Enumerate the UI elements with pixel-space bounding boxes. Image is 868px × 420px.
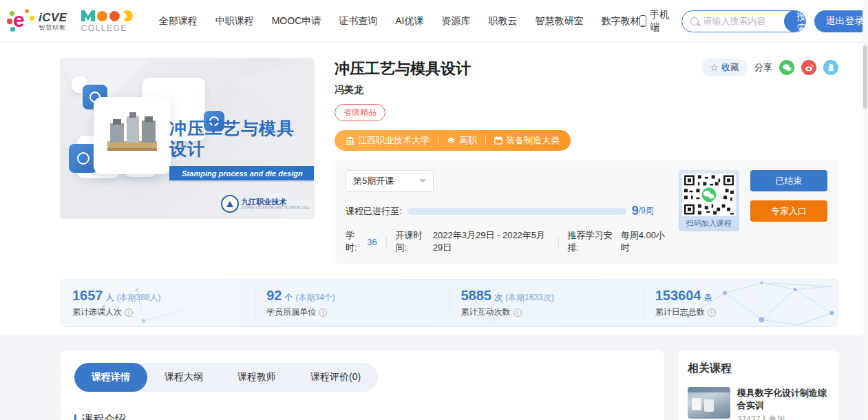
course-category: 装备制造大类 [506,134,560,147]
info-icon[interactable]: i [708,308,716,317]
nav-item-resources[interactable]: 资源库 [441,15,470,28]
mooc-college-logo[interactable]: COLLEGE [81,10,133,32]
top-navbar: e iCVE 智慧职教 COLLEGE 全部课程 中职课程 MOOC申请 证书查… [0,0,868,43]
quality-badge: 省级精品 [335,104,385,121]
stat-unit: 次 [494,292,502,304]
progress-current: 9 [632,204,639,218]
tab-course-outline[interactable]: 课程大纲 [147,363,220,392]
school-icon [346,136,354,145]
tab-course-detail[interactable]: 课程详情 [74,363,147,392]
school-name: 江西职业技术大学 [358,134,430,147]
course-ended-button[interactable]: 已结束 [750,170,827,191]
search-bar: 搜索 [681,10,806,32]
stat-value: 5885 [461,288,492,304]
search-input[interactable] [703,16,784,26]
main-nav: 全部课程 中职课程 MOOC申请 证书查询 AI优课 资源库 职教云 智慧教研室… [159,15,640,28]
course-level: 高职 [459,134,477,147]
nav-item-ai-course[interactable]: AI优课 [395,15,423,28]
stat-value: 92 [266,288,282,304]
time-label: 开课时间: [396,229,430,254]
search-button[interactable]: 搜索 [784,10,806,32]
intro-heading-row: 课程介绍 [74,412,650,420]
plan-value: 每周4.00小时 [621,229,668,254]
mooc-m-shape [81,10,95,21]
weibo-share-icon[interactable] [801,60,816,75]
hours-label: 学时: [346,229,363,254]
stat-unit: 条 [704,292,712,304]
stats-bar: 1657 人 (本期388人) 累计选课人次 i 92 个 (本期34个) 学员… [61,279,838,327]
wechat-share-icon[interactable] [779,60,794,75]
icve-logo-subtext: 智慧职教 [39,25,67,31]
tab-course-reviews[interactable]: 课程评价(0) [293,363,378,392]
stat-unit: 人 [106,292,114,304]
stat-interactions: 5885 次 (本期1633次) 累计互动次数 i [449,288,644,318]
stat-label: 累计日志总数 [655,306,705,318]
star-icon: ☆ [710,63,719,72]
stat-value: 153604 [655,288,701,304]
page-title: 冲压工艺与模具设计 [335,59,471,79]
stat-label: 累计互动次数 [461,306,511,318]
expert-entry-button[interactable]: 专家入口 [750,200,827,222]
qq-share-icon[interactable] [823,60,838,75]
org-badge: 江西职业技术大学 高职 装备制造大类 [335,130,571,151]
teacher-name: 冯美龙 [335,84,838,96]
scrollbar-thumb[interactable] [863,45,867,109]
progress-total: /9周 [639,205,654,217]
mobile-entry[interactable]: 手机端 [639,9,673,34]
nav-item-digital-textbook[interactable]: 数字教材 [601,15,639,28]
college-logo-icon [221,195,239,213]
related-course-thumbnail [688,387,730,419]
mooc-college-text: COLLEGE [81,24,133,32]
progress-bar [407,208,626,215]
stat-organizations: 92 个 (本期34个) 学员所属单位 i [255,288,449,318]
heading-accent-bar [74,414,76,420]
nav-item-smart-research[interactable]: 智慧教研室 [535,15,583,28]
course-info-panel: 第5期开课 课程已进行至: 9 /9周 学时: 36 开课时间: [335,160,838,264]
share-label: 分享 [754,61,772,74]
related-course-item[interactable]: 模具数字化设计制造综合实训 37427人参加 [688,387,829,420]
search-icon [690,17,699,25]
stat-enrollment: 1657 人 (本期388人) 累计选课人次 i [61,288,255,318]
stat-label: 学员所属单位 [266,306,316,318]
info-icon[interactable]: i [125,308,133,317]
course-tabs: 课程详情 课程大纲 课程教师 课程评价(0) [74,363,378,392]
favorite-button[interactable]: ☆ 收藏 [701,59,748,76]
join-course-qr[interactable]: 扫码加入课程 [679,170,739,231]
logout-button[interactable]: 退出登录 [814,10,868,32]
icve-logo[interactable]: e iCVE 智慧职教 [7,7,67,36]
college-name: 九江职业技术 [241,198,310,206]
intro-heading: 课程介绍 [82,412,126,420]
info-icon[interactable]: i [514,308,522,317]
stat-unit: 个 [285,292,293,304]
progress-label: 课程已进行至: [346,205,402,218]
course-progress: 课程已进行至: 9 /9周 [346,204,668,218]
term-select-value: 第5期开课 [353,175,394,187]
nav-item-certificate[interactable]: 证书查询 [339,15,377,28]
nav-item-mooc-apply[interactable]: MOOC申请 [272,15,321,28]
stat-logs: 153604 条 累计日志总数 i [644,288,838,318]
stat-extra: (本期1633次) [505,292,554,304]
cover-subtitle-banner: Stamping process and die design [169,166,314,180]
tab-course-teachers[interactable]: 课程教师 [220,363,293,392]
nav-item-secondary-courses[interactable]: 中职课程 [215,15,254,28]
stat-value: 1657 [72,288,103,304]
course-cover-image: 冲压工艺与模具设计 Stamping process and die desig… [61,59,314,218]
stat-label: 累计选课人次 [72,306,122,318]
term-select-dropdown[interactable]: 第5期开课 [346,170,434,192]
related-courses-card: 相关课程 模具数字化设计制造综合实训 37427人参加 机电设备管理 机电设备管… [678,350,838,420]
stats-section: 1657 人 (本期388人) 累计选课人次 i 92 个 (本期34个) 学员… [0,279,868,327]
mobile-label: 手机端 [650,9,674,34]
info-icon[interactable]: i [319,308,327,317]
course-detail-card: 课程详情 课程大纲 课程教师 课程评价(0) 课程介绍 本课程是为了实现模具设计… [61,350,664,420]
plan-label: 推荐学习安排: [567,229,617,254]
qr-code-image [682,174,736,216]
related-courses-heading: 相关课程 [688,361,829,376]
nav-item-zhijiaoyun[interactable]: 职教云 [488,15,517,28]
related-course-title: 模具数字化设计制造综合实训 [737,387,829,411]
related-course-count: 37427人参加 [737,414,829,420]
icve-logo-text: iCVE [39,11,67,24]
qr-label: 扫码加入课程 [682,218,736,229]
course-meta: 学时: 36 开课时间: 2022年3月29日 - 2022年5月29日 推荐学… [346,229,668,254]
stat-extra: (本期388人) [117,292,161,304]
nav-item-all-courses[interactable]: 全部课程 [159,15,198,28]
